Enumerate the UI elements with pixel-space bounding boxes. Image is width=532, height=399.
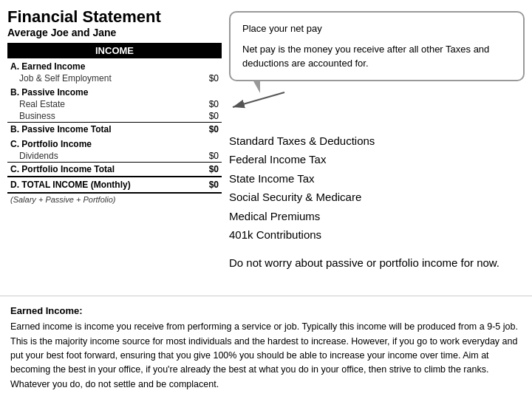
grand-total-amount: $0: [185, 177, 222, 193]
business-label: Business: [7, 110, 185, 123]
callout-arrow-area: [229, 89, 525, 111]
fs-subtitle: Average Joe and Jane: [7, 27, 222, 38]
callout-line1: Place your net pay: [242, 21, 511, 36]
deduction-item-4: 401k Contributions: [229, 225, 525, 245]
svg-line-1: [233, 92, 284, 107]
bottom-panel: Earned Income: Earned income is income y…: [0, 296, 532, 399]
callout-box: Place your net pay Net pay is the money …: [229, 11, 525, 81]
section-b-label: B. Passive Income: [7, 84, 222, 98]
callout-line2: Net pay is the money you receive after a…: [242, 42, 511, 71]
no-worry-text: Do not worry about passive or portfolio …: [229, 255, 525, 272]
income-header: INCOME: [7, 43, 222, 58]
passive-income-total-amount: $0: [185, 123, 222, 137]
deduction-item-2: Social Security & Medicare: [229, 188, 525, 207]
portfolio-total-label: C. Portfolio Income Total: [7, 163, 185, 177]
earned-income-title: Earned Income:: [10, 304, 522, 318]
job-self-employment-label: Job & Self Employment: [7, 72, 185, 84]
deductions-title: Standard Taxes & Deductions: [229, 132, 525, 151]
job-self-employment-amount: $0: [185, 72, 222, 84]
deduction-item-0: Federal Income Tax: [229, 150, 525, 169]
passive-income-total-label: B. Passive Income Total: [7, 123, 185, 137]
deduction-item-3: Medical Premiums: [229, 207, 525, 226]
income-table: INCOME A. Earned Income Job & Self Emplo…: [7, 43, 222, 205]
grand-total-note: (Salary + Passive + Portfolio): [7, 193, 222, 205]
section-c-label: C. Portfolio Income: [7, 136, 222, 150]
deductions-list: Standard Taxes & Deductions Federal Inco…: [229, 132, 525, 245]
dividends-amount: $0: [185, 150, 222, 163]
business-amount: $0: [185, 110, 222, 123]
section-a-label: A. Earned Income: [7, 58, 222, 72]
portfolio-total-amount: $0: [185, 163, 222, 177]
arrow-icon: [229, 89, 288, 111]
fs-title: Financial Statement: [7, 7, 222, 27]
grand-total-label: D. TOTAL INCOME (Monthly): [7, 177, 185, 193]
real-estate-label: Real Estate: [7, 98, 185, 110]
real-estate-amount: $0: [185, 98, 222, 110]
deduction-item-1: State Income Tax: [229, 169, 525, 188]
dividends-label: Dividends: [7, 150, 185, 163]
earned-income-body: Earned income is income you receive from…: [10, 320, 522, 392]
